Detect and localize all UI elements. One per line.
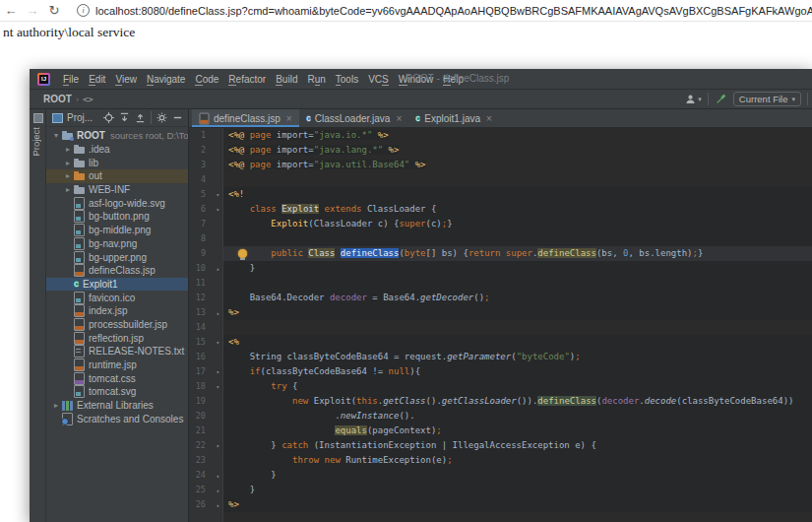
fold-marker-icon[interactable]: ▾ [216,364,219,379]
tree-item-out[interactable]: ▸out [46,169,188,183]
locate-icon[interactable] [103,112,114,123]
chevron-collapsed-icon[interactable]: ▸ [62,171,74,180]
fold-marker-icon[interactable]: ▾ [216,202,219,217]
tree-item-label: WEB-INF [89,184,130,195]
tree-item-tomcat-svg[interactable]: tomcat.svg [46,385,188,399]
menu-edit[interactable]: Edit [84,74,110,85]
tree-item-tomcat-css[interactable]: tomcat.css [46,371,188,385]
menu-file[interactable]: File [58,74,84,85]
chevron-expanded-icon[interactable]: ▾ [50,131,62,140]
tab-classloader-java[interactable]: CClassLoader.java× [299,109,409,127]
tree-item-external-libraries[interactable]: ▸External Libraries [46,399,188,413]
tree-item-processbuilder-jsp[interactable]: processbuilder.jsp [46,318,188,332]
user-menu-button[interactable]: ▾ [685,94,702,104]
external-libraries-icon [62,401,73,411]
line-number: 6▾ [189,202,222,217]
run-configuration-select[interactable]: Current File ▾ [733,92,801,106]
code-line-18: try { [223,379,812,394]
menu-navigate[interactable]: Navigate [142,74,191,85]
chevron-collapsed-icon[interactable]: ▸ [62,185,74,194]
chevron-collapsed-icon[interactable]: ▸ [62,159,74,167]
expand-all-icon[interactable] [119,112,130,123]
tree-item-bg-button-png[interactable]: bg-button.png [46,210,188,224]
code-line-20: .newInstance(). [223,409,812,424]
tree-item-label: asf-logo-wide.svg [89,198,165,209]
reload-icon[interactable]: ↻ [43,1,65,21]
hide-icon[interactable] [172,112,183,123]
folder-icon [74,185,85,194]
tree-item-scratches-and-consoles[interactable]: Scratches and Consoles [46,412,188,425]
tree-item-label: runtime.jsp [89,359,137,370]
menu-run[interactable]: Run [302,74,330,85]
collapse-all-icon[interactable] [135,112,146,123]
editor: defineClass.jsp×CClassLoader.java×CExplo… [189,109,812,522]
tab-defineclass-jsp[interactable]: defineClass.jsp× [192,109,299,127]
tree-item-release-notes-txt[interactable]: RELEASE-NOTES.txt [46,345,188,359]
project-toolwindow-icon[interactable] [33,113,43,123]
chevron-down-icon: ▾ [791,96,795,103]
forward-icon[interactable]: → [22,1,43,21]
close-tab-icon[interactable]: × [396,113,402,124]
tree-item-exploit1[interactable]: CExploit1 [46,278,188,292]
code-editor[interactable]: <%@ page import="java.io.*" %><%@ page i… [223,128,812,522]
tree-item-lib[interactable]: ▸lib [46,156,188,169]
url-text[interactable]: localhost:8080/defineClass.jsp?cmd=whoam… [95,5,812,17]
settings-icon[interactable] [156,112,167,123]
fold-marker-icon[interactable]: ▴ [216,483,219,497]
tree-item-bg-upper-png[interactable]: bg-upper.png [46,250,188,264]
java-class-run-icon: C [416,113,421,124]
tree-item--idea[interactable]: ▸.idea [46,143,188,157]
java-class-icon: C [306,113,311,124]
ide-window: IJ FileEditViewNavigateCodeRefactorBuild… [30,69,812,522]
address-bar[interactable]: i localhost:8080/defineClass.jsp?cmd=who… [65,2,812,20]
site-info-icon[interactable]: i [77,4,90,17]
menu-build[interactable]: Build [271,74,302,85]
build-hammer-icon[interactable] [715,93,727,105]
fold-marker-icon[interactable]: ▴ [216,468,219,483]
tree-item-favicon-ico[interactable]: favicon.ico [46,291,188,304]
chevron-collapsed-icon[interactable]: ▸ [62,145,74,154]
fold-marker-icon[interactable]: ▾ [216,438,219,453]
tree-item-defineclass-jsp[interactable]: defineClass.jsp [46,264,188,278]
fold-marker-icon[interactable]: ▾ [216,379,219,394]
fold-marker-icon[interactable]: ▴ [216,261,219,276]
fold-marker-icon[interactable]: ▾ [216,187,219,202]
chevron-collapsed-icon[interactable]: ▸ [50,401,62,410]
fold-marker-icon[interactable]: ▾ [216,335,219,350]
menu-refactor[interactable]: Refactor [223,74,271,85]
tab-exploit1-java[interactable]: CExploit1.java× [408,109,499,127]
tree-item-reflection-jsp[interactable]: reflection.jsp [46,331,188,345]
close-tab-icon[interactable]: × [486,113,492,124]
back-icon[interactable]: ← [0,1,22,21]
menu-tools[interactable]: Tools [331,74,363,85]
line-number: 26▴ [189,497,222,512]
intention-bulb-icon[interactable] [238,249,247,258]
code-line-25: } [223,483,812,497]
close-tab-icon[interactable]: × [286,113,292,124]
breadcrumb-file-tag[interactable]: <> [83,95,94,104]
tree-item-bg-middle-png[interactable]: bg-middle.png [46,224,188,237]
tree-item-root[interactable]: ▾ROOTsources root, D:\Tomcat [46,129,188,143]
file-image-icon [74,385,85,398]
tree-item-bg-nav-png[interactable]: bg-nav.png [46,237,188,251]
fold-marker-icon[interactable]: ▴ [216,497,219,512]
breadcrumb-root[interactable]: ROOT [43,94,72,104]
menu-code[interactable]: Code [190,74,223,85]
menu-vcs[interactable]: VCS [363,74,394,85]
tree-item-web-inf[interactable]: ▸WEB-INF [46,183,188,197]
tab-label: Exploit1.java [424,113,480,124]
tree-item-asf-logo-wide-svg[interactable]: asf-logo-wide.svg [46,196,188,210]
file-jsp-icon [74,318,85,331]
project-tree[interactable]: ▾ROOTsources root, D:\Tomcat▸.idea▸lib▸o… [46,127,188,522]
menu-view[interactable]: View [110,74,142,85]
window-title: ROOT - defineClass.jsp [406,69,509,89]
tree-item-label: tomcat.css [89,373,136,384]
line-number: 15▾ [189,335,222,350]
editor-gutter[interactable]: 12345▾6▾78910▴111213▴1415▾1617▾18▾192021… [189,128,223,522]
tree-item-index-jsp[interactable]: index.jsp [46,304,188,318]
folder-root-icon [62,131,73,140]
project-toolwindow-button[interactable]: Project [31,127,41,157]
fold-marker-icon[interactable]: ▴ [216,305,219,320]
tree-item-label: bg-middle.png [89,225,151,235]
tree-item-runtime-jsp[interactable]: runtime.jsp [46,359,188,372]
